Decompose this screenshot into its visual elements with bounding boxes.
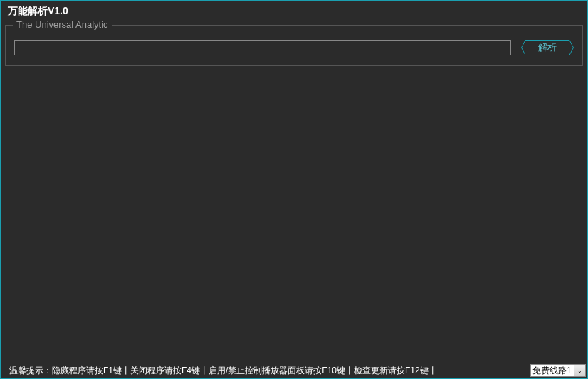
- line-select-value[interactable]: 免费线路1: [530, 364, 574, 377]
- dropdown-button[interactable]: ⌄: [574, 364, 586, 377]
- url-input[interactable]: [14, 40, 511, 55]
- status-bar: 温馨提示：隐藏程序请按F1键丨关闭程序请按F4键丨启用/禁止控制播放器面板请按F…: [1, 364, 587, 378]
- content-area: [1, 66, 587, 358]
- universal-analytic-group: The Universal Analytic 解析: [5, 25, 583, 66]
- line-selector: 免费线路1 ⌄: [530, 364, 586, 377]
- status-hint-text: 温馨提示：隐藏程序请按F1键丨关闭程序请按F4键丨启用/禁止控制播放器面板请按F…: [9, 365, 437, 377]
- input-row: 解析: [14, 40, 574, 55]
- chevron-down-icon: ⌄: [577, 368, 582, 374]
- group-label: The Universal Analytic: [13, 19, 112, 30]
- parse-button[interactable]: 解析: [521, 40, 574, 55]
- parse-button-wrap: 解析: [521, 40, 574, 55]
